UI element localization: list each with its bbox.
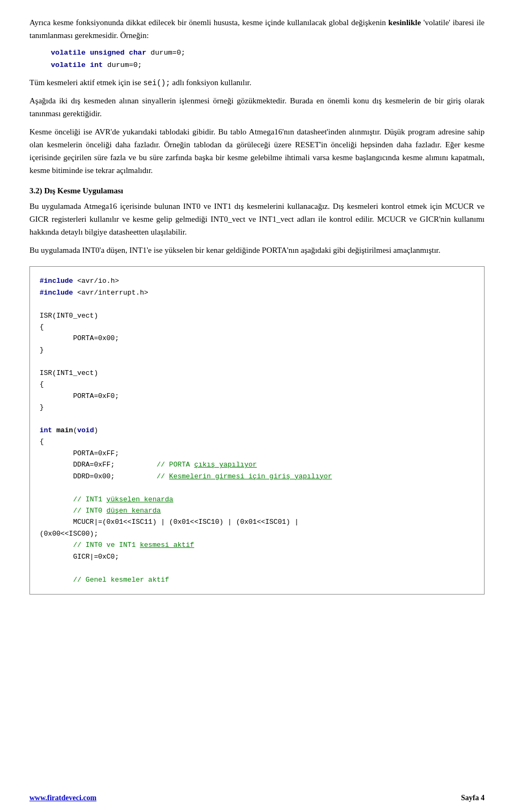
intro-paragraph: Ayrıca kesme fonksiyonunda dikkat edilec… xyxy=(29,16,485,42)
footer-page: Sayfa 4 xyxy=(461,794,485,802)
para-uygulama1: Bu uygulamada Atmega16 içerisinde buluna… xyxy=(29,200,485,238)
page-content: Ayrıca kesme fonksiyonunda dikkat edilec… xyxy=(0,0,514,636)
section-heading: 3.2) Dış Kesme Uygulaması xyxy=(29,186,485,196)
code-block: #include <avr/io.h> #include <avr/interr… xyxy=(29,266,485,595)
para-sei: Tüm kesmeleri aktif etmek için ise sei()… xyxy=(29,76,485,89)
para-sinyal: Aşağıda iki dış kesmeden alınan sinyalle… xyxy=(29,94,485,120)
footer-url[interactable]: www.firatdeveci.com xyxy=(29,794,96,802)
intro-text1: Ayrıca kesme fonksiyonunda dikkat edilec… xyxy=(29,18,388,27)
footer: www.firatdeveci.com Sayfa 4 xyxy=(0,794,514,802)
volatile-code: volatile unsigned char durum=0; volatile… xyxy=(51,47,485,72)
section-num: 3.2) Dış Kesme Uygulaması xyxy=(29,186,123,195)
para-oncelik: Kesme önceliği ise AVR'de yukarıdaki tab… xyxy=(29,125,485,177)
intro-bold: kesinlikle xyxy=(388,18,421,27)
para-uygulama2: Bu uygulamada INT0'a düşen, INT1'e ise y… xyxy=(29,244,485,257)
